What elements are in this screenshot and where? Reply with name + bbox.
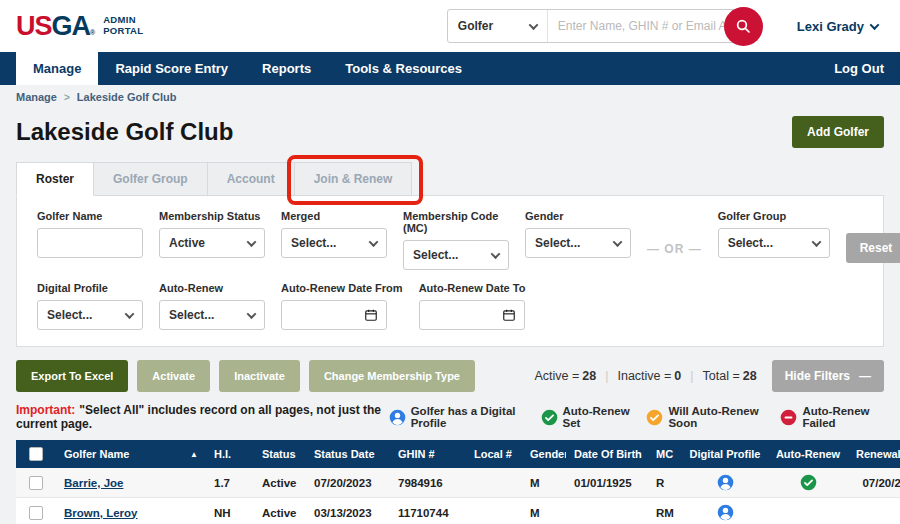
col-status[interactable]: Status [254,448,306,460]
auto-renew-date-from-input[interactable] [281,300,387,330]
filter-membership-status: Membership Status Active [159,210,265,258]
chevron-down-icon [125,309,135,319]
digital-profile-icon [717,474,734,491]
search-box: Golfer [447,9,744,43]
filter-row-2: Digital Profile Select... Auto-Renew Sel… [37,282,863,330]
tab-account[interactable]: Account [208,162,295,196]
page-body: Lakeside Golf Club Add Golfer Roster Gol… [0,116,900,524]
tab-join-renew-wrap: Join & Renew [295,162,413,196]
nav-item-rapid-score-entry[interactable]: Rapid Score Entry [98,52,245,85]
actions-row: Export To Excel Activate Inactivate Chan… [16,360,884,392]
total-count: Total =28 [703,369,757,383]
col-mc[interactable]: MC [648,448,682,460]
search-icon [735,18,751,34]
usga-logo-text: USGA® [16,11,94,42]
admin-portal-label: ADMIN PORTAL [103,15,143,37]
activate-button[interactable]: Activate [137,360,210,392]
roster-table: Golfer Name▲ H.I. Status Status Date GHI… [16,440,884,524]
auto-renew-set-icon [800,474,817,491]
chevron-down-icon [369,237,379,247]
sort-asc-icon[interactable]: ▲ [190,450,198,459]
usga-logo: USGA® ADMIN PORTAL [16,11,143,42]
digital-profile-select[interactable]: Select... [37,300,143,330]
col-gender[interactable]: Gender [522,448,566,460]
calendar-icon[interactable] [502,308,516,322]
golfer-name-input[interactable] [37,228,143,258]
nav-item-tools-resources[interactable]: Tools & Resources [328,52,479,85]
row-checkbox[interactable] [29,476,43,490]
chevron-down-icon [613,237,623,247]
inactivate-button[interactable]: Inactivate [219,360,300,392]
title-row: Lakeside Golf Club Add Golfer [16,116,884,148]
logo-us: US [16,11,52,41]
table-row: Brown, Leroy NH Active 03/13/2023 117107… [16,498,900,524]
user-menu[interactable]: Lexi Grady [797,19,878,34]
col-ghin[interactable]: GHIN # [390,448,466,460]
tab-join-renew[interactable]: Join & Renew [295,162,413,196]
add-golfer-button[interactable]: Add Golfer [792,116,884,148]
chevron-down-icon [811,237,821,247]
filter-gender: Gender Select... [525,210,631,258]
filter-panel: Golfer Name Membership Status Active Mer… [16,195,884,347]
col-local[interactable]: Local # [466,448,522,460]
select-all-cell [16,447,56,461]
legend-auto-renew-soon: Will Auto-Renew Soon [646,405,765,429]
tab-strip: Roster Golfer Group Account Join & Renew [16,162,884,196]
user-name: Lexi Grady [797,19,864,34]
col-golfer-name[interactable]: Golfer Name▲ [56,448,206,460]
golfer-name-link[interactable]: Barrie, Joe [64,477,123,489]
col-renewal-date[interactable]: Renewal Date [848,448,900,460]
search-input[interactable] [548,19,743,33]
col-hi[interactable]: H.I. [206,448,254,460]
filter-auto-renew-date-to: Auto-Renew Date To [419,282,526,330]
search-category-select[interactable]: Golfer [448,10,548,42]
reset-button[interactable]: Reset [846,233,900,263]
tab-golfer-group[interactable]: Golfer Group [94,162,208,196]
select-all-checkbox[interactable] [29,447,43,461]
logout-link[interactable]: Log Out [834,52,884,85]
golfer-name-link[interactable]: Brown, Leroy [64,507,137,519]
digital-profile-icon [389,409,406,426]
active-count: Active =28 [535,369,597,383]
tab-roster[interactable]: Roster [16,162,94,196]
nav-item-manage[interactable]: Manage [16,52,98,85]
merged-select[interactable]: Select... [281,228,387,258]
digital-profile-icon [717,504,734,521]
roster-stats: Active =28 | Inactive =0 | Total =28 [535,369,757,383]
chevron-down-icon [528,20,538,30]
gender-select[interactable]: Select... [525,228,631,258]
important-note: Important:"Select All" includes record o… [16,403,389,431]
filter-membership-code: Membership Code (MC) Select... [403,210,509,270]
change-membership-type-button[interactable]: Change Membership Type [309,360,475,392]
col-digital-profile[interactable]: Digital Profile [682,448,768,460]
legend-auto-renew-failed: Auto-Renew Failed [780,405,884,429]
registered-mark: ® [90,29,94,36]
membership-code-select[interactable]: Select... [403,240,509,270]
col-dob[interactable]: Date Of Birth [566,448,648,460]
top-header: USGA® ADMIN PORTAL Golfer Lexi Grady [0,0,900,52]
table-row: Barrie, Joe 1.7 Active 07/20/2023 798491… [16,468,900,498]
search-button[interactable] [724,7,763,46]
col-auto-renew[interactable]: Auto-Renew [768,448,848,460]
filter-merged: Merged Select... [281,210,387,258]
golfer-group-select[interactable]: Select... [718,228,830,258]
nav-item-reports[interactable]: Reports [245,52,328,85]
breadcrumb-manage[interactable]: Manage [16,91,57,103]
filter-digital-profile: Digital Profile Select... [37,282,143,330]
export-to-excel-button[interactable]: Export To Excel [16,360,128,392]
note-row: Important:"Select All" includes record o… [16,403,884,431]
auto-renew-date-to-input[interactable] [419,300,525,330]
breadcrumb-separator: > [64,92,70,103]
auto-renew-set-icon [541,409,558,426]
hide-filters-button[interactable]: Hide Filters — [772,360,884,392]
auto-renew-select[interactable]: Select... [159,300,265,330]
auto-renew-failed-icon [780,409,797,426]
col-status-date[interactable]: Status Date [306,448,390,460]
membership-status-select[interactable]: Active [159,228,265,258]
logo-ga: GA [52,11,91,41]
row-checkbox[interactable] [29,506,43,520]
chevron-down-icon [247,309,257,319]
search-category-value: Golfer [458,19,493,33]
inactive-count: Inactive =0 [617,369,681,383]
calendar-icon[interactable] [364,308,378,322]
